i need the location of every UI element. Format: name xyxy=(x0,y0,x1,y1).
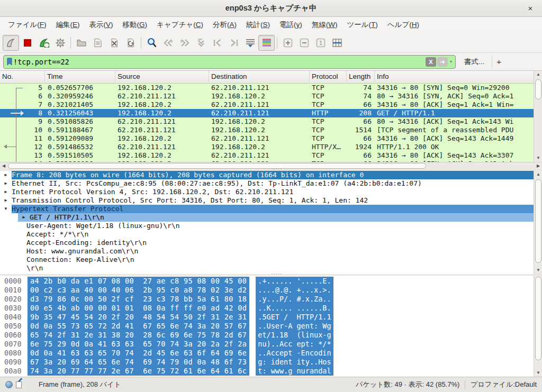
scroll-right-icon[interactable]: ▶ xyxy=(535,162,542,170)
expander-closed-icon[interactable]: ▶ xyxy=(18,213,30,222)
detail-line[interactable]: Host: www.gnurandal.com\r\n xyxy=(0,247,534,256)
hex-bytes[interactable]: 67 3a 20 69 64 65 6e 74 69 74 79 0d 0a 4… xyxy=(28,358,249,367)
hex-ascii[interactable]: ....@.@. +...x.>. xyxy=(256,286,333,295)
scroll-up-icon[interactable]: ▲ xyxy=(534,171,542,178)
expander-open-icon[interactable]: ▼ xyxy=(0,205,12,213)
hex-row-0090[interactable]: 009067 3a 20 69 64 65 6e 74 69 74 79 0d … xyxy=(0,358,542,367)
packet-row-9[interactable]: 90.59108582662.210.211.121192.168.120.2T… xyxy=(0,117,534,126)
goto-packet-button[interactable] xyxy=(193,35,209,51)
scroll-down-icon[interactable]: ▼ xyxy=(534,267,542,274)
hex-bytes[interactable]: 0d 0a 55 73 65 72 2d 41 67 65 6e 74 3a 2… xyxy=(28,322,249,331)
restart-capture-button[interactable] xyxy=(35,35,52,51)
detail-line[interactable]: ▶Ethernet II, Src: PcsCompu_ae:c8:95 (08… xyxy=(0,179,534,188)
first-packet-button[interactable] xyxy=(209,35,225,51)
column-header-protocol[interactable]: Protocol xyxy=(310,71,347,84)
capture-comment-icon[interactable] xyxy=(16,381,24,389)
zoom-in-button[interactable] xyxy=(279,35,296,51)
menu-item-c[interactable]: キャプチャ(C) xyxy=(152,18,208,32)
packet-list-vscrollbar[interactable]: ▲ ▼ xyxy=(534,71,542,162)
save-file-button[interactable] xyxy=(89,35,106,51)
stop-capture-button[interactable] xyxy=(19,35,35,51)
hex-ascii[interactable]: t: www.g nurandal xyxy=(256,367,333,376)
hex-ascii[interactable]: ..K..... ......B. xyxy=(256,304,333,313)
hex-ascii[interactable]: nu)..Acc ept: */* xyxy=(256,340,333,349)
menu-item-e[interactable]: 編集(E) xyxy=(51,18,85,32)
packet-row-11[interactable]: 110.591209089192.168.120.262.210.211.121… xyxy=(0,134,534,143)
reload-file-button[interactable] xyxy=(122,35,139,51)
menu-item-h[interactable]: ヘルプ(H) xyxy=(383,18,424,32)
expander-closed-icon[interactable]: ▶ xyxy=(0,179,12,188)
expander-closed-icon[interactable]: ▶ xyxy=(0,196,12,205)
menu-item-f[interactable]: ファイル(F) xyxy=(3,18,51,32)
open-file-button[interactable] xyxy=(73,35,89,51)
hex-bytes[interactable]: 74 3a 20 77 77 77 2e 67 6e 75 72 61 6e 6… xyxy=(28,367,249,376)
column-header-source[interactable]: Source xyxy=(115,71,209,84)
hex-bytes[interactable]: 6e 75 29 0d 0a 41 63 63 65 70 74 3a 20 2… xyxy=(28,340,249,349)
detail-line[interactable]: ▶Frame 8: 208 bytes on wire (1664 bits),… xyxy=(0,171,534,179)
menu-item-t[interactable]: ツール(T) xyxy=(342,18,382,32)
column-header-no[interactable]: No. xyxy=(0,71,45,84)
hex-bytes[interactable]: 65 74 2f 31 2e 31 38 20 28 6c 69 6e 75 7… xyxy=(28,331,249,340)
expert-info-icon[interactable] xyxy=(5,381,13,388)
menu-item-v[interactable]: 表示(V) xyxy=(85,18,118,32)
hex-row-00a0[interactable]: 00a074 3a 20 77 77 77 2e 67 6e 75 72 61 … xyxy=(0,367,542,376)
filter-expression-button[interactable]: 書式... xyxy=(461,56,487,68)
hex-ascii[interactable]: .y...P/. #.x.Za.. xyxy=(256,295,333,304)
resize-columns-button[interactable] xyxy=(329,35,345,51)
bookmark-icon[interactable] xyxy=(6,58,13,66)
scroll-thumb[interactable] xyxy=(535,277,541,360)
display-filter-input[interactable] xyxy=(13,58,424,66)
menu-item-y[interactable]: 電話(y) xyxy=(275,18,307,32)
detail-line[interactable]: Accept-Encoding: identity\r\n xyxy=(0,239,534,247)
detail-line[interactable]: User-Agent: Wget/1.18 (linux-gnu)\r\n xyxy=(0,222,534,230)
last-packet-button[interactable] xyxy=(225,35,242,51)
hex-row-0010[interactable]: 001000 c2 c3 aa 40 00 40 06 2b 95 c0 a8 … xyxy=(0,286,542,295)
hex-ascii[interactable]: .+...... '.....E. xyxy=(256,277,333,286)
hex-row-0050[interactable]: 00500d 0a 55 73 65 72 2d 41 67 65 6e 74 … xyxy=(0,322,542,331)
close-file-button[interactable] xyxy=(106,35,122,51)
detail-line[interactable]: Accept: */*\r\n xyxy=(0,230,534,239)
apply-filter-icon[interactable]: ➜ xyxy=(437,57,448,67)
column-header-info[interactable]: Info xyxy=(375,71,534,84)
menu-item-g[interactable]: 移動(G) xyxy=(118,18,152,32)
scroll-down-icon[interactable]: ▼ xyxy=(534,154,542,162)
packet-row-7[interactable]: 70.321021405192.168.120.262.210.211.121T… xyxy=(0,101,534,109)
hex-row-0040[interactable]: 00409b 35 47 45 54 20 2f 20 48 54 54 50 … xyxy=(0,313,542,322)
column-header-destination[interactable]: Destination xyxy=(209,71,310,84)
scroll-thumb[interactable] xyxy=(535,179,541,263)
hex-ascii[interactable]: g: ident ity..Hos xyxy=(256,358,333,367)
hex-ascii[interactable]: ..User-A gent: Wg xyxy=(256,322,333,331)
hex-bytes[interactable]: 9b 35 47 45 54 20 2f 20 48 54 54 50 2f 3… xyxy=(28,313,249,322)
hex-bytes[interactable]: d3 79 86 0c 00 50 2f cf 23 c3 78 bb 5a 6… xyxy=(28,295,249,304)
packet-row-12[interactable]: 120.59148653262.210.211.121192.168.120.2… xyxy=(0,143,534,151)
display-filter-box[interactable]: X ➜ ▾ xyxy=(3,55,456,69)
close-window-icon[interactable]: × xyxy=(525,3,536,14)
clear-filter-icon[interactable]: X xyxy=(426,57,436,67)
hex-bytes[interactable]: 0d 0a 41 63 63 65 70 74 2d 45 6e 63 6f 6… xyxy=(28,349,249,358)
detail-line[interactable]: Connection: Keep-Alive\r\n xyxy=(0,256,534,264)
hex-row-0080[interactable]: 00800d 0a 41 63 63 65 70 74 2d 45 6e 63 … xyxy=(0,349,542,358)
hex-ascii[interactable]: .5GET / HTTP/1.1 xyxy=(256,313,333,322)
scroll-thumb[interactable] xyxy=(535,79,541,99)
detail-line[interactable]: ▶GET / HTTP/1.1\r\n xyxy=(0,213,534,222)
profile-label[interactable]: プロファイル:Default xyxy=(471,380,537,389)
hex-ascii[interactable]: et/1.18 (linux-g xyxy=(256,331,333,340)
colorize-button[interactable] xyxy=(258,35,275,51)
detail-line[interactable]: ▶Transmission Control Protocol, Src Port… xyxy=(0,196,534,205)
capture-options-button[interactable] xyxy=(52,35,68,51)
scroll-left-icon[interactable]: ◀ xyxy=(0,162,7,170)
hex-bytes[interactable]: 00 c2 c3 aa 40 00 40 06 2b 95 c0 a8 78 0… xyxy=(28,286,249,295)
column-header-time[interactable]: Time xyxy=(45,71,115,84)
hex-row-0030[interactable]: 003000 e5 4b ab 00 00 01 01 08 0a ff ff … xyxy=(0,304,542,313)
add-filter-button[interactable]: + xyxy=(492,56,505,68)
hex-row-0000[interactable]: 0000a4 2b b0 da e1 07 08 00 27 ae c8 95 … xyxy=(0,277,542,286)
scroll-thumb[interactable] xyxy=(8,163,426,169)
zoom-out-button[interactable] xyxy=(296,35,312,51)
scroll-down-icon[interactable]: ▼ xyxy=(534,369,542,377)
detail-line[interactable]: \r\n xyxy=(0,264,534,272)
detail-line[interactable]: ▶Internet Protocol Version 4, Src: 192.1… xyxy=(0,188,534,196)
expander-closed-icon[interactable]: ▶ xyxy=(0,188,12,196)
hex-bytes[interactable]: a4 2b b0 da e1 07 08 00 27 ae c8 95 08 0… xyxy=(28,277,249,286)
hex-vscrollbar[interactable]: ▼ xyxy=(534,276,542,377)
filter-dropdown-icon[interactable]: ▾ xyxy=(448,59,454,64)
